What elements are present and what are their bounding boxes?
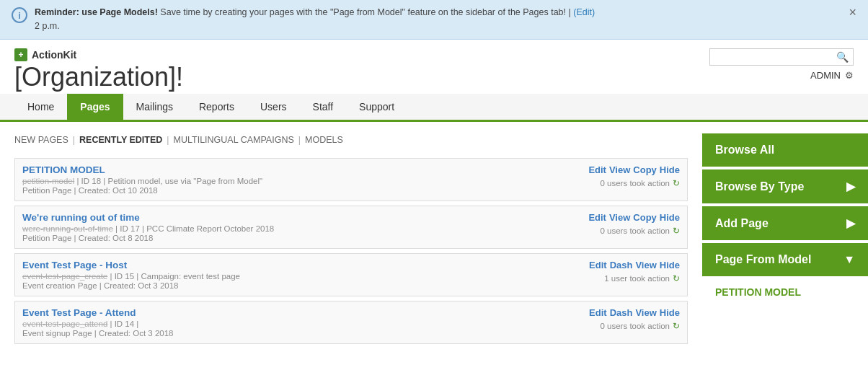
sub-nav-tab-recently-edited[interactable]: RECENTLY EDITED	[79, 133, 162, 146]
sidebar-btn-page-from-model[interactable]: Page From Model▼	[702, 243, 868, 276]
action-links: EditDashViewHide	[589, 307, 680, 318]
page-title-link[interactable]: Event Test Page - Attend	[22, 307, 136, 318]
users-row: 1 user took action ↻	[604, 273, 680, 283]
sidebar-btn-arrow: ▶	[846, 216, 855, 230]
action-link-hide[interactable]: Hide	[660, 307, 680, 318]
page-item-left: Event Test Page - Hostevent-test-page_cr…	[22, 260, 589, 290]
users-count: 0 users took action	[600, 322, 670, 330]
info-icon: i	[12, 7, 27, 23]
page-subtitle: event-test-page_attend | ID 14 |	[22, 320, 589, 328]
page-id-desc: | ID 18 | Petition model, use via "Page …	[74, 177, 262, 185]
left-panel: NEW PAGES|RECENTLY EDITED|MULTILINGUAL C…	[0, 122, 702, 360]
sub-nav-tab-multilingual-campaigns[interactable]: MULTILINGUAL CAMPAIGNS	[174, 133, 294, 146]
sidebar-btn-browse-all[interactable]: Browse All	[702, 133, 868, 167]
page-meta: Event creation Page | Created: Oct 3 201…	[22, 281, 589, 290]
banner-strong: Reminder: use Page Models!	[35, 7, 158, 17]
action-link-view[interactable]: View	[635, 307, 656, 318]
sidebar-btn-arrow: ▶	[846, 180, 855, 193]
action-links: EditViewCopyHide	[588, 164, 680, 175]
refresh-icon[interactable]: ↻	[673, 226, 680, 236]
gear-icon[interactable]: ⚙	[845, 70, 854, 81]
page-item: PETITION MODELpetition-model | ID 18 | P…	[14, 158, 688, 201]
nav-item-users[interactable]: Users	[247, 94, 300, 120]
action-link-edit[interactable]: Edit	[589, 307, 607, 318]
sidebar-btn-label: Add Page	[715, 217, 769, 230]
page-actions: EditViewCopyHide0 users took action ↻	[588, 164, 680, 188]
nav-item-pages[interactable]: Pages	[67, 94, 123, 120]
banner-text: Reminder: use Page Models! Save time by …	[35, 6, 595, 33]
page-actions: EditDashViewHide1 user took action ↻	[589, 260, 680, 283]
admin-row: ADMIN ⚙	[810, 70, 854, 81]
admin-label: ADMIN	[810, 70, 841, 81]
page-meta: Petition Page | Created: Oct 10 2018	[22, 186, 588, 195]
page-id-desc: | ID 14 |	[107, 320, 138, 328]
users-row: 0 users took action ↻	[600, 226, 680, 236]
action-link-view[interactable]: View	[609, 212, 630, 223]
action-link-dash[interactable]: Dash	[610, 307, 633, 318]
action-link-edit[interactable]: Edit	[589, 260, 607, 270]
page-title-link[interactable]: PETITION MODEL	[22, 164, 105, 175]
logo-name: ActionKit	[32, 49, 76, 61]
page-meta: Petition Page | Created: Oct 8 2018	[22, 234, 588, 242]
banner-content: i Reminder: use Page Models! Save time b…	[12, 6, 595, 33]
sidebar-section-title: PETITION MODEL	[702, 279, 868, 301]
sub-nav-tab-new-pages[interactable]: NEW PAGES	[14, 133, 68, 146]
sidebar-btn-label: Browse By Type	[715, 180, 804, 193]
refresh-icon[interactable]: ↻	[673, 178, 680, 188]
action-link-edit[interactable]: Edit	[588, 164, 606, 175]
users-row: 0 users took action ↻	[600, 321, 680, 331]
users-count: 0 users took action	[600, 226, 670, 235]
sidebar-btn-browse-by-type[interactable]: Browse By Type▶	[702, 169, 868, 203]
sub-nav-separator: |	[167, 135, 169, 145]
sidebar-btn-add-page[interactable]: Add Page▶	[702, 206, 868, 240]
page-item-left: PETITION MODELpetition-model | ID 18 | P…	[22, 164, 588, 195]
page-slug: were-running-out-of-time	[22, 224, 113, 233]
page-subtitle: event-test-page_create | ID 15 | Campaig…	[22, 272, 589, 281]
action-link-hide[interactable]: Hide	[660, 164, 680, 175]
action-link-copy[interactable]: Copy	[633, 212, 657, 223]
action-link-copy[interactable]: Copy	[633, 164, 657, 175]
refresh-icon[interactable]: ↻	[673, 321, 680, 331]
nav-item-support[interactable]: Support	[346, 94, 407, 120]
page-item: We're running out of timewere-running-ou…	[14, 206, 688, 249]
search-input[interactable]	[714, 51, 836, 62]
action-link-hide[interactable]: Hide	[660, 260, 680, 270]
refresh-icon[interactable]: ↻	[673, 273, 680, 283]
search-icon: 🔍	[836, 51, 849, 63]
action-link-edit[interactable]: Edit	[588, 212, 606, 223]
users-row: 0 users took action ↻	[600, 178, 680, 188]
page-title-link[interactable]: We're running out of time	[22, 212, 140, 223]
sidebar-btn-arrow: ▼	[843, 253, 855, 266]
header: + ActionKit [Organization]! 🔍 ADMIN ⚙	[0, 40, 868, 94]
page-actions: EditDashViewHide0 users took action ↻	[589, 307, 680, 331]
page-id-desc: | ID 17 | PCC Climate Report October 201…	[113, 224, 274, 233]
action-link-hide[interactable]: Hide	[660, 212, 680, 223]
action-link-view[interactable]: View	[635, 260, 656, 270]
right-sidebar: Browse AllBrowse By Type▶Add Page▶Page F…	[702, 122, 868, 360]
nav-item-reports[interactable]: Reports	[186, 94, 247, 120]
page-list: PETITION MODELpetition-model | ID 18 | P…	[14, 158, 688, 344]
banner-edit-link[interactable]: (Edit)	[573, 7, 595, 17]
search-box[interactable]: 🔍	[709, 48, 854, 66]
page-title-link[interactable]: Event Test Page - Host	[22, 260, 127, 270]
sub-nav-tab-models[interactable]: MODELS	[305, 133, 343, 146]
action-links: EditViewCopyHide	[588, 212, 680, 223]
action-link-view[interactable]: View	[609, 164, 630, 175]
sidebar-btn-label: Page From Model	[715, 253, 811, 266]
page-subtitle: were-running-out-of-time | ID 17 | PCC C…	[22, 224, 588, 233]
nav-item-staff[interactable]: Staff	[300, 94, 347, 120]
banner: i Reminder: use Page Models! Save time b…	[0, 0, 868, 40]
action-link-dash[interactable]: Dash	[610, 260, 633, 270]
sub-nav-separator: |	[73, 135, 75, 145]
sub-nav-separator: |	[298, 135, 301, 145]
action-links: EditDashViewHide	[589, 260, 680, 270]
nav-item-home[interactable]: Home	[14, 94, 67, 120]
nav-bar: HomePagesMailingsReportsUsersStaffSuppor…	[0, 94, 868, 122]
sidebar-btn-label: Browse All	[715, 144, 774, 157]
banner-close-button[interactable]: ×	[849, 6, 856, 19]
page-slug: petition-model	[22, 177, 74, 185]
page-item-left: Event Test Page - Attendevent-test-page_…	[22, 307, 589, 338]
page-id-desc: | ID 15 | Campaign: event test page	[107, 272, 240, 281]
page-item: Event Test Page - Attendevent-test-page_…	[14, 301, 688, 344]
nav-item-mailings[interactable]: Mailings	[123, 94, 186, 120]
